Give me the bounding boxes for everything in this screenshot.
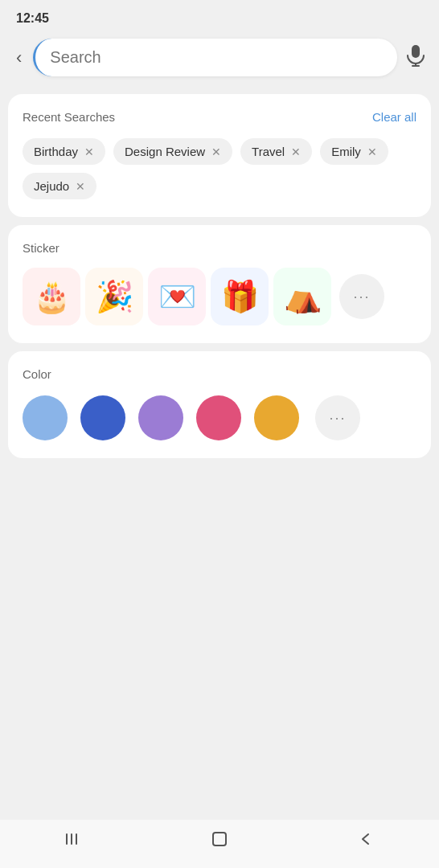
back-icon: ‹ [16,47,22,68]
mic-icon [405,44,426,67]
back-button[interactable]: ‹ [13,44,25,72]
nav-back-icon [357,832,375,852]
color-purple[interactable] [138,395,183,440]
color-yellow[interactable] [254,395,299,440]
svg-rect-0 [412,45,420,58]
tag-label: Design Review [125,145,205,158]
clear-all-button[interactable]: Clear all [372,110,416,124]
tags-container: Birthday ✕ Design Review ✕ Travel ✕ Emil… [23,138,416,199]
color-title: Color [23,367,416,381]
tag-close-jejudo[interactable]: ✕ [76,181,85,192]
status-time: 12:45 [16,11,49,25]
sticker-row: 🎂 🎉 💌 🎁 ⛺ ··· [23,268,416,326]
svg-rect-5 [76,833,77,845]
search-input-wrapper [33,39,397,76]
color-section: Color ··· [8,351,431,458]
sticker-camping[interactable]: ⛺ [273,268,331,326]
svg-rect-4 [71,833,72,845]
tag-jejudo[interactable]: Jejudo ✕ [23,173,96,199]
home-button[interactable] [195,824,244,859]
tag-design-review[interactable]: Design Review ✕ [113,138,232,165]
sticker-more-icon: ··· [353,289,370,305]
tag-close-emily[interactable]: ✕ [367,146,377,158]
tag-close-birthday[interactable]: ✕ [84,146,94,158]
status-bar: 12:45 [0,0,439,32]
svg-rect-3 [66,833,68,845]
tag-close-travel[interactable]: ✕ [291,146,301,158]
tag-close-design-review[interactable]: ✕ [211,146,221,158]
color-pink[interactable] [196,395,241,440]
nav-back-button[interactable] [341,824,391,859]
sticker-section: Sticker 🎂 🎉 💌 🎁 ⛺ ··· [8,225,431,343]
tag-label: Travel [252,145,285,158]
recent-searches-title: Recent Searches [23,110,115,124]
color-blue[interactable] [80,395,125,440]
color-more-button[interactable]: ··· [315,395,360,440]
home-icon [211,832,228,852]
recent-searches-section: Recent Searches Clear all Birthday ✕ Des… [8,94,431,217]
recent-apps-button[interactable] [48,824,98,859]
tag-label: Jejudo [34,179,69,193]
sticker-gift[interactable]: 🎁 [211,268,269,326]
nav-bar [0,820,439,868]
color-row: ··· [23,395,416,440]
svg-rect-6 [213,833,226,845]
tag-label: Birthday [34,145,78,158]
tag-birthday[interactable]: Birthday ✕ [23,138,105,165]
tag-label: Emily [331,145,361,158]
tag-emily[interactable]: Emily ✕ [320,138,388,165]
sticker-cake[interactable]: 🎂 [23,268,80,326]
sticker-title: Sticker [23,241,416,255]
recent-searches-header: Recent Searches Clear all [23,110,416,124]
tag-travel[interactable]: Travel ✕ [240,138,312,165]
sticker-party[interactable]: 🎉 [85,268,143,326]
mic-button[interactable] [405,44,426,72]
color-more-icon: ··· [329,410,346,427]
recent-apps-icon [64,832,82,852]
search-bar-container: ‹ [0,32,439,89]
search-input[interactable] [50,48,383,67]
sticker-heart-letter[interactable]: 💌 [148,268,206,326]
color-light-blue[interactable] [23,395,68,440]
sticker-more-button[interactable]: ··· [339,274,384,319]
